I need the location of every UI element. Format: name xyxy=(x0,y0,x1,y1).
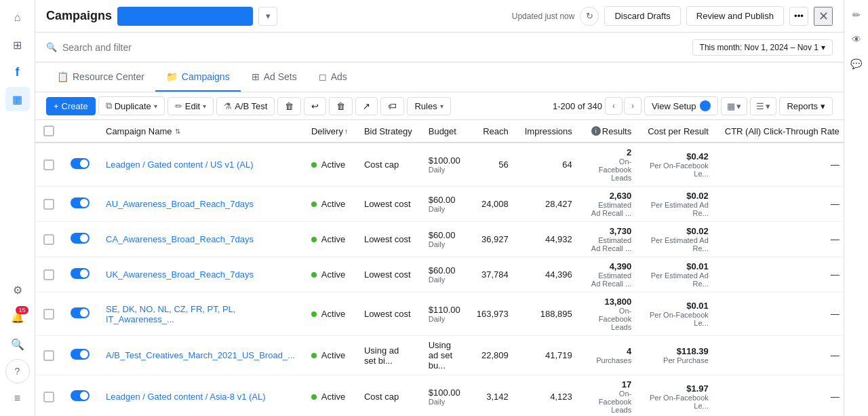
tab-label-campaigns: Campaigns xyxy=(182,71,230,82)
edit-button[interactable]: ✏ Edit ▾ xyxy=(167,97,214,115)
pagination-info: 1-200 of 340 xyxy=(553,101,602,111)
budget-column-header: Budget xyxy=(420,120,469,143)
campaign-name-input[interactable] xyxy=(117,7,253,26)
bid-strategy-cell-3: Lowest cost xyxy=(356,257,420,292)
campaign-name-cell-0: Leadgen / Gated content / US v1 (AL) xyxy=(98,143,303,187)
row-checkbox-1[interactable] xyxy=(43,199,54,210)
columns-button[interactable]: ▦ ▾ xyxy=(721,97,747,115)
more-options-button[interactable]: ••• xyxy=(789,7,808,26)
chat-icon[interactable]: 💬 xyxy=(847,54,866,73)
rules-button[interactable]: Rules ▾ xyxy=(407,97,450,115)
budget-cell-2: $60.00 Daily xyxy=(420,222,469,257)
activity-icon[interactable]: ≡ xyxy=(5,386,30,411)
row-checkbox-cell-3 xyxy=(35,257,62,292)
status-cell-2: Active xyxy=(303,222,356,257)
tag-button[interactable]: 🏷 xyxy=(380,97,404,115)
row-checkbox-6[interactable] xyxy=(43,392,54,402)
tab-label-ad-sets: Ad Sets xyxy=(264,71,297,82)
ctr-cell-6: — xyxy=(717,375,844,417)
bid-strategy-column-header: Bid Strategy xyxy=(356,120,420,143)
results-cell-0: 2 On-Facebook Leads xyxy=(580,143,639,187)
reach-cell-0: 56 xyxy=(469,143,517,187)
campaign-link-1[interactable]: AU_Awareness_Broad_Reach_7days xyxy=(106,199,254,209)
reach-cell-4: 163,973 xyxy=(469,292,517,336)
row-checkbox-0[interactable] xyxy=(43,159,54,170)
view-setup-button[interactable]: View Setup xyxy=(644,96,719,115)
status-dot-6 xyxy=(311,394,317,400)
export-button[interactable]: ↗ xyxy=(355,97,378,115)
sort-icon[interactable]: ⇅ xyxy=(175,128,180,135)
campaign-link-2[interactable]: CA_Awareness_Broad_Reach_7days xyxy=(106,234,254,244)
tab-resource-center[interactable]: 📋 Resource Center xyxy=(46,62,155,92)
row-toggle-0[interactable] xyxy=(71,158,90,169)
reach-cell-1: 24,008 xyxy=(469,187,517,222)
date-range-button[interactable]: This month: Nov 1, 2024 – Nov 1 ▾ xyxy=(692,39,833,56)
campaign-link-6[interactable]: Leadgen / Gated content / Asia-8 v1 (AL) xyxy=(106,392,266,402)
row-checkbox-2[interactable] xyxy=(43,234,54,245)
campaign-link-0[interactable]: Leadgen / Gated content / US v1 (AL) xyxy=(106,159,254,170)
campaign-name-cell-5: A/B_Test_Creatives_March_2021_US_Broad_.… xyxy=(98,336,303,375)
close-button[interactable]: ✕ xyxy=(814,7,833,26)
duplicate-button[interactable]: ⧉ Duplicate ▾ xyxy=(98,96,165,115)
row-toggle-cell-1 xyxy=(62,187,98,222)
table-row: AU_Awareness_Broad_Reach_7days Active Lo… xyxy=(35,187,844,222)
campaign-name-cell-6: Leadgen / Gated content / Asia-8 v1 (AL) xyxy=(98,375,303,417)
campaign-link-4[interactable]: SE, DK, NO, NL, CZ, FR, PT, PL, IT_Aware… xyxy=(106,304,235,324)
row-toggle-2[interactable] xyxy=(71,233,90,244)
reports-button[interactable]: Reports ▾ xyxy=(779,97,833,115)
delete-button[interactable]: 🗑 xyxy=(277,97,301,115)
ab-test-button[interactable]: ⚗ A/B Test xyxy=(216,97,275,115)
tab-ad-sets[interactable]: ⊞ Ad Sets xyxy=(241,62,308,92)
brand-icon[interactable]: f xyxy=(5,60,30,84)
home-icon[interactable]: ⌂ xyxy=(5,5,30,30)
campaign-link-5[interactable]: A/B_Test_Creatives_March_2021_US_Broad_.… xyxy=(106,350,295,360)
help-icon[interactable]: ? xyxy=(5,359,30,383)
undo-button[interactable]: ↩ xyxy=(304,97,326,115)
next-page-button[interactable]: › xyxy=(624,97,642,115)
search-icon: 🔍 xyxy=(46,42,57,52)
row-toggle-6[interactable] xyxy=(71,390,90,401)
campaign-name-column-header: Campaign Name ⇅ xyxy=(98,120,303,143)
status-label-6: Active xyxy=(321,392,345,402)
ctr-cell-5: — xyxy=(717,336,844,375)
prev-page-button[interactable]: ‹ xyxy=(605,97,623,115)
redo-button[interactable]: 🗑 xyxy=(329,97,353,115)
review-publish-button[interactable]: Review and Publish xyxy=(686,6,784,26)
duplicate-icon: ⧉ xyxy=(106,100,112,111)
row-checkbox-3[interactable] xyxy=(43,269,54,280)
layout-button[interactable]: ☰ ▾ xyxy=(750,97,776,115)
delivery-sort-icon[interactable]: ↑ xyxy=(344,128,348,135)
tab-ads[interactable]: ◻ Ads xyxy=(308,62,358,92)
ads-icon: ◻ xyxy=(319,71,327,82)
table-icon[interactable]: ▦ xyxy=(5,87,30,111)
search-input[interactable] xyxy=(62,42,687,53)
row-toggle-4[interactable] xyxy=(71,307,90,318)
settings-icon[interactable]: ⚙ xyxy=(5,278,30,302)
reach-cell-6: 3,142 xyxy=(469,375,517,417)
select-all-checkbox[interactable] xyxy=(43,126,54,136)
reach-cell-2: 36,927 xyxy=(469,222,517,257)
campaign-dropdown-button[interactable]: ▾ xyxy=(258,7,277,26)
discard-drafts-button[interactable]: Discard Drafts xyxy=(604,6,680,26)
results-column-header: i Results xyxy=(580,120,639,143)
eye-icon[interactable]: 👁 xyxy=(847,30,866,49)
row-checkbox-4[interactable] xyxy=(43,309,54,320)
refresh-button[interactable]: ↻ xyxy=(580,7,599,26)
row-checkbox-5[interactable] xyxy=(43,350,54,361)
row-toggle-5[interactable] xyxy=(71,349,90,360)
row-toggle-1[interactable] xyxy=(71,197,90,208)
cost-per-result-column-header: Cost per Result xyxy=(639,120,717,143)
create-button[interactable]: + Create xyxy=(46,97,96,115)
row-toggle-3[interactable] xyxy=(71,268,90,279)
pencil-icon[interactable]: ✏ xyxy=(847,5,866,24)
budget-cell-1: $60.00 Daily xyxy=(420,187,469,222)
grid-icon[interactable]: ⊞ xyxy=(5,33,30,57)
columns-icon: ▦ xyxy=(727,101,735,111)
campaign-link-3[interactable]: UK_Awareness_Broad_Reach_7days xyxy=(106,269,254,280)
campaign-name-cell-4: SE, DK, NO, NL, CZ, FR, PT, PL, IT_Aware… xyxy=(98,292,303,336)
tab-campaigns[interactable]: 📁 Campaigns xyxy=(155,62,241,92)
budget-cell-0: $100.00 Daily xyxy=(420,143,469,187)
search-side-icon[interactable]: 🔍 xyxy=(5,332,30,356)
info-circle-icon[interactable]: i xyxy=(591,126,601,136)
notification-icon[interactable]: 🔔 15 xyxy=(5,305,30,329)
